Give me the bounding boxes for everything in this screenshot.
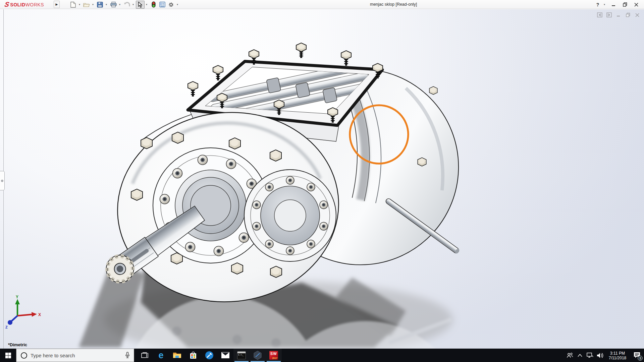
task-view-icon — [141, 352, 149, 359]
quick-access-toolbar: ▾ ▾ ▾ — [69, 0, 180, 9]
close-button[interactable] — [631, 1, 641, 9]
window-controls: ? ▾ — [594, 0, 641, 9]
windows-logo-icon — [5, 353, 11, 358]
wrench-circle-icon — [205, 351, 214, 360]
people-button[interactable] — [565, 349, 575, 362]
z-axis-label: Z — [5, 325, 8, 329]
taskbar-app-edge[interactable]: e — [153, 349, 169, 362]
volume-button[interactable] — [595, 349, 605, 362]
taskbar-app-mail[interactable] — [217, 349, 233, 362]
select-cursor-icon — [138, 2, 143, 8]
rebuild-button[interactable] — [149, 1, 158, 9]
taskbar-app-file-explorer[interactable] — [169, 349, 185, 362]
undo-button[interactable] — [122, 1, 131, 9]
file-properties-button[interactable] — [158, 1, 167, 9]
print-button[interactable] — [109, 1, 118, 9]
network-icon — [587, 353, 593, 358]
view-orientation-label: *Dimetric — [8, 342, 27, 347]
store-icon — [190, 351, 197, 359]
taskbar-apps: e — [137, 349, 282, 362]
help-button[interactable]: ? — [594, 1, 601, 9]
undo-dropdown[interactable]: ▾ — [131, 1, 135, 9]
edge-icon: e — [158, 351, 163, 360]
graphics-viewport[interactable]: Y X Z *Dimetric — [0, 9, 644, 349]
minimize-icon — [611, 3, 615, 7]
document-title: menjac sklop [Read-only] — [370, 0, 417, 9]
help-dropdown[interactable]: ▾ — [602, 1, 606, 9]
clock-date: 7/11/2018 — [605, 356, 630, 360]
secondary-flange — [244, 170, 336, 261]
rebuild-traffic-light-icon — [152, 1, 156, 8]
y-axis-arrow — [15, 299, 20, 304]
restore-icon — [623, 2, 627, 7]
save-icon — [97, 2, 103, 8]
print-icon — [110, 2, 117, 7]
new-document-icon — [70, 2, 76, 8]
open-dropdown[interactable]: ▾ — [91, 1, 95, 9]
y-axis-label: Y — [16, 295, 18, 299]
task-view-button[interactable] — [137, 349, 153, 362]
chevron-up-icon — [578, 354, 582, 357]
solidworks-logo: S SOLIDWORKS — [5, 1, 44, 8]
title-bar: S SOLIDWORKS ▶ ▾ ▾ — [0, 0, 644, 9]
save-button[interactable] — [96, 1, 104, 9]
restore-button[interactable] — [620, 1, 630, 9]
options-dropdown[interactable]: ▾ — [175, 1, 179, 9]
solidworks-logo-mark: S — [4, 1, 10, 8]
undo-icon — [124, 2, 130, 7]
taskbar-clock[interactable]: 3:11 PM 7/11/2018 — [605, 351, 630, 360]
options-button[interactable] — [167, 1, 175, 9]
z-axis-arrow — [8, 320, 12, 325]
x-axis-arrow — [32, 312, 37, 317]
search-input[interactable] — [31, 353, 114, 358]
taskbar-app-settings-tool[interactable] — [201, 349, 217, 362]
network-button[interactable] — [585, 349, 595, 362]
microphone-icon[interactable] — [125, 352, 130, 359]
reference-triad: Y X Z — [3, 295, 44, 332]
taskbar-search[interactable] — [16, 349, 134, 362]
hidden-icons-button[interactable] — [575, 349, 585, 362]
minimize-button[interactable] — [608, 1, 619, 9]
taskbar-app-command-prompt[interactable]: C:\_ — [233, 349, 250, 362]
open-icon — [83, 2, 90, 7]
options-gear-icon — [168, 2, 174, 8]
cortana-icon — [21, 352, 27, 359]
gearbox-3d-model[interactable] — [0, 9, 644, 349]
volume-icon — [597, 353, 603, 358]
new-document-button[interactable] — [69, 1, 77, 9]
notification-badge: 3 — [638, 356, 643, 361]
select-dropdown[interactable]: ▾ — [145, 1, 149, 9]
file-explorer-icon — [173, 352, 181, 359]
taskbar-app-store[interactable] — [185, 349, 201, 362]
start-button[interactable] — [0, 349, 16, 362]
solidworks-app-icon: SW 2017 — [269, 351, 278, 360]
taskbar-app-solidworks[interactable]: SW 2017 — [266, 349, 282, 362]
command-prompt-icon: C:\_ — [237, 351, 246, 359]
new-document-dropdown[interactable]: ▾ — [77, 1, 82, 9]
x-axis-label: X — [38, 312, 41, 317]
menu-flyout-button[interactable]: ▶ — [54, 1, 60, 8]
action-center-button[interactable]: 3 — [630, 349, 644, 362]
file-properties-icon — [159, 2, 165, 7]
close-icon — [634, 3, 638, 7]
hexagon-app-icon — [253, 351, 262, 360]
taskbar-app-hexagon[interactable] — [250, 349, 266, 362]
clock-time: 3:11 PM — [605, 351, 630, 356]
system-tray: 3:11 PM 7/11/2018 3 — [565, 349, 644, 362]
windows-taskbar: e — [0, 349, 644, 362]
select-button[interactable] — [136, 1, 145, 9]
open-button[interactable] — [82, 1, 91, 9]
solidworks-window: S SOLIDWORKS ▶ ▾ ▾ — [0, 0, 644, 362]
save-dropdown[interactable]: ▾ — [104, 1, 108, 9]
print-dropdown[interactable]: ▾ — [118, 1, 122, 9]
people-icon — [567, 353, 573, 358]
mail-icon — [221, 352, 230, 359]
